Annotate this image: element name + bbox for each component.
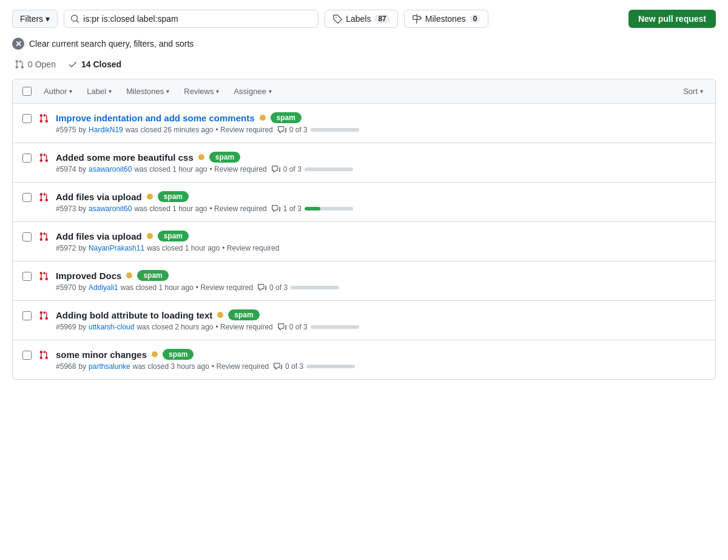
- pr-meta-closed: was closed 26 minutes ago: [126, 126, 214, 134]
- pr-checkbox[interactable]: [22, 193, 32, 202]
- pr-closed-icon: [39, 113, 49, 123]
- sort-filter-button[interactable]: Sort ▾: [681, 86, 706, 97]
- review-count: 0 of 3: [289, 323, 308, 331]
- pr-author[interactable]: NayanPrakash11: [89, 244, 144, 252]
- table-row: Adding bold attribute to loading text sp…: [13, 301, 715, 340]
- review-icon: [272, 165, 280, 174]
- review-icon: [258, 283, 266, 292]
- new-pull-request-button[interactable]: New pull request: [629, 10, 716, 28]
- labels-label: Labels: [346, 14, 371, 24]
- pr-checkbox[interactable]: [22, 311, 32, 320]
- spam-badge: spam: [228, 309, 259, 320]
- filters-button[interactable]: Filters ▾: [12, 10, 58, 28]
- dot-indicator: [147, 233, 153, 239]
- pr-author[interactable]: HardikN19: [89, 126, 123, 134]
- pr-author[interactable]: Addiyali1: [89, 283, 118, 292]
- pr-checkbox[interactable]: [22, 232, 32, 241]
- assignee-filter-button[interactable]: Assignee ▾: [231, 86, 274, 97]
- review-indicator: 0 of 3: [274, 362, 355, 371]
- labels-button[interactable]: Labels 87: [325, 10, 398, 28]
- table-row: Add files via upload spam #5973 by asawa…: [13, 183, 715, 222]
- pr-content: Added some more beautiful css spam #5974…: [56, 152, 706, 174]
- review-count: 1 of 3: [283, 204, 302, 213]
- pr-meta: #5970 by Addiyali1 was closed 1 hour ago…: [56, 283, 706, 292]
- pr-meta-text: by: [78, 126, 86, 134]
- spam-badge: spam: [158, 191, 189, 202]
- pr-closed-icon: [39, 311, 49, 320]
- reviews-filter-label: Reviews: [184, 87, 214, 96]
- tab-closed[interactable]: 14 Closed: [68, 59, 121, 72]
- table-row: Improved Docs spam #5970 by Addiyali1 wa…: [13, 261, 715, 301]
- milestones-label: Milestones: [425, 14, 466, 24]
- pr-title[interactable]: Improve indentation and add some comment…: [56, 113, 255, 123]
- pr-closed-icon: [39, 350, 49, 360]
- dot-indicator: [147, 194, 153, 200]
- pr-title: Added some more beautiful css: [56, 152, 194, 163]
- pr-closed-icon: [39, 153, 49, 163]
- author-filter-button[interactable]: Author ▾: [41, 86, 75, 97]
- pr-number: #5975: [56, 126, 76, 134]
- pr-checkbox[interactable]: [22, 114, 32, 123]
- spam-badge: spam: [209, 152, 240, 163]
- review-bar: [306, 365, 355, 368]
- milestones-chevron-icon: ▾: [166, 88, 169, 95]
- table-row: Added some more beautiful css spam #5974…: [13, 143, 715, 183]
- pr-meta-text: by: [78, 283, 86, 292]
- pr-content: Improved Docs spam #5970 by Addiyali1 wa…: [56, 270, 706, 292]
- review-indicator: 0 of 3: [258, 283, 339, 292]
- review-bar: [311, 128, 359, 132]
- select-all-checkbox[interactable]: [22, 87, 32, 96]
- tab-open[interactable]: 0 Open: [15, 59, 56, 72]
- clear-search-bar[interactable]: ✕ Clear current search query, filters, a…: [12, 38, 716, 50]
- reviews-filter-button[interactable]: Reviews ▾: [181, 86, 221, 97]
- pr-meta-closed: was closed 1 hour ago: [121, 283, 194, 292]
- pr-content: Improve indentation and add some comment…: [56, 112, 706, 134]
- pr-meta: #5968 by parthsalunke was closed 3 hours…: [56, 362, 706, 371]
- search-input[interactable]: [83, 14, 312, 24]
- pr-title-row: Add files via upload spam: [56, 191, 706, 202]
- author-filter-label: Author: [44, 87, 67, 96]
- pr-meta: #5975 by HardikN19 was closed 26 minutes…: [56, 126, 706, 134]
- pr-closed-icon: [39, 232, 49, 241]
- dot-indicator: [260, 115, 266, 121]
- pr-content: Add files via upload spam #5973 by asawa…: [56, 191, 706, 213]
- review-count: 0 of 3: [283, 165, 302, 174]
- pr-meta: #5974 by asawaronit60 was closed 1 hour …: [56, 165, 706, 174]
- spam-badge: spam: [158, 231, 189, 241]
- table-row: Add files via upload spam #5972 by Nayan…: [13, 222, 715, 261]
- assignee-chevron-icon: ▾: [269, 88, 272, 95]
- review-icon: [278, 126, 286, 134]
- table-row: Improve indentation and add some comment…: [13, 104, 715, 143]
- milestones-filter-button[interactable]: Milestones ▾: [124, 86, 172, 97]
- pr-author[interactable]: uttkarsh-cloud: [89, 323, 134, 331]
- pr-author[interactable]: parthsalunke: [89, 362, 130, 371]
- pr-meta: #5973 by asawaronit60 was closed 1 hour …: [56, 204, 706, 213]
- pr-closed-icon: [39, 271, 49, 281]
- review-icon: [278, 323, 286, 331]
- pr-checkbox[interactable]: [22, 351, 32, 360]
- pr-title: some minor changes: [56, 349, 147, 360]
- label-icon: [332, 14, 342, 24]
- pr-checkbox[interactable]: [22, 153, 32, 163]
- filter-header-row: Author ▾ Label ▾ Milestones ▾ Reviews ▾ …: [13, 79, 715, 104]
- assignee-filter-label: Assignee: [234, 87, 266, 96]
- label-filter-button[interactable]: Label ▾: [84, 86, 114, 97]
- pr-meta-closed: was closed 3 hours ago: [133, 362, 209, 371]
- sort-chevron-icon: ▾: [700, 88, 703, 95]
- pr-title: Improved Docs: [56, 271, 121, 281]
- label-chevron-icon: ▾: [109, 88, 112, 95]
- pr-author[interactable]: asawaronit60: [89, 204, 132, 213]
- pr-content: Add files via upload spam #5972 by Nayan…: [56, 231, 706, 252]
- pr-number: #5970: [56, 283, 76, 292]
- pr-number: #5972: [56, 244, 76, 252]
- dot-indicator: [198, 154, 204, 160]
- pr-meta-closed: was closed 1 hour ago: [134, 165, 207, 174]
- milestones-button[interactable]: Milestones 0: [404, 10, 489, 28]
- pr-author[interactable]: asawaronit60: [89, 165, 132, 174]
- tab-open-label: 0 Open: [28, 59, 56, 69]
- review-count: 0 of 3: [269, 283, 288, 292]
- pr-checkbox[interactable]: [22, 272, 32, 281]
- pr-open-icon: [15, 59, 24, 69]
- pr-title: Add files via upload: [56, 192, 142, 202]
- review-icon: [272, 204, 280, 213]
